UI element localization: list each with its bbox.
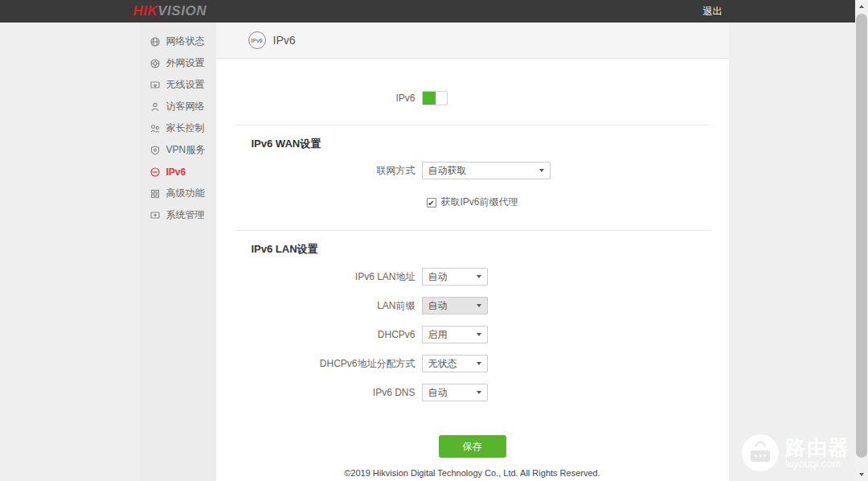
- parental-control-icon: [150, 123, 161, 134]
- sidebar-item-wireless-settings[interactable]: 无线设置: [140, 74, 216, 96]
- watermark: 路由器 luyouqi.com: [742, 434, 850, 471]
- sidebar-item-label: 高级功能: [166, 187, 205, 200]
- hikvision-logo: HIKVISION: [133, 0, 207, 23]
- dhcpv6-assign-value: 无状态: [428, 357, 457, 371]
- chevron-down-icon: [539, 169, 544, 172]
- sidebar-item-label: 系统管理: [166, 208, 205, 222]
- prefix-delegation-row: ✔ 获取IPv6前缀代理: [216, 195, 729, 209]
- globe-icon: [150, 36, 161, 47]
- page-header: IPv6 IPv6: [216, 23, 729, 59]
- wireless-icon: [150, 80, 161, 90]
- copyright-footer: ©2019 Hikvision Digital Technology Co., …: [216, 468, 729, 478]
- lan-prefix-value: 自动: [428, 299, 448, 313]
- guest-network-icon: [150, 101, 161, 112]
- sidebar-item-guest-network[interactable]: 访客网络: [140, 96, 216, 117]
- sidebar-item-system[interactable]: 系统管理: [140, 204, 216, 226]
- wan-section-title: IPv6 WAN设置: [216, 125, 729, 151]
- sidebar-item-label: 访客网络: [166, 100, 205, 113]
- ipv6-toggle-row: IPv6: [216, 91, 729, 105]
- system-icon: [150, 210, 161, 220]
- sidebar: 网络状态 外网设置 无线设置 访客网络 家长控制: [140, 23, 216, 481]
- vpn-icon: [150, 145, 161, 155]
- watermark-domain: luyouqi.com: [785, 458, 850, 470]
- sidebar-item-network-status[interactable]: 网络状态: [140, 31, 216, 52]
- connect-mode-row: 联网方式 自动获取: [216, 162, 729, 179]
- ipv6-dns-select[interactable]: 自动: [422, 384, 488, 401]
- prefix-delegation-checkbox[interactable]: ✔: [427, 198, 436, 208]
- main-content: IPv6 IPv6 IPv6 IPv6 WAN设置 联网方式 自动获取 ✔ 获取…: [216, 23, 729, 481]
- prefix-delegation-label: 获取IPv6前缀代理: [441, 195, 518, 209]
- ipv6-toggle-label: IPv6: [216, 92, 422, 104]
- dhcpv6-assign-label: DHCPv6地址分配方式: [216, 357, 422, 371]
- chevron-down-icon: [477, 275, 481, 278]
- scroll-up-button[interactable]: [855, 0, 868, 13]
- lan-prefix-label: LAN前缀: [216, 299, 422, 313]
- chevron-down-icon: [477, 333, 481, 336]
- save-button[interactable]: 保存: [439, 435, 506, 458]
- dhcpv6-select[interactable]: 启用: [422, 326, 488, 343]
- ipv6-dns-label: IPv6 DNS: [216, 387, 422, 398]
- sidebar-item-parental-control[interactable]: 家长控制: [140, 117, 216, 139]
- dhcpv6-assign-select[interactable]: 无状态: [422, 355, 488, 372]
- chevron-down-icon: [477, 304, 481, 307]
- router-logo-icon: [742, 434, 779, 471]
- wan-settings-icon: [150, 58, 161, 68]
- scroll-down-button[interactable]: [855, 468, 868, 481]
- ipv6-dns-row: IPv6 DNS 自动: [216, 384, 729, 401]
- topbar: HIKVISION 退出: [0, 0, 855, 23]
- dhcpv6-row: DHCPv6 启用: [216, 326, 729, 343]
- ipv6-icon: [150, 166, 161, 177]
- watermark-title: 路由器: [785, 437, 850, 458]
- ipv6-dns-value: 自动: [428, 386, 448, 400]
- scrollbar-thumb[interactable]: [856, 14, 867, 458]
- dhcpv6-assign-row: DHCPv6地址分配方式 无状态: [216, 355, 729, 372]
- connect-mode-select[interactable]: 自动获取: [422, 162, 551, 179]
- advanced-icon: [150, 188, 161, 199]
- lan-section-title: IPv6 LAN设置: [216, 231, 729, 257]
- logo-hik: HIK: [133, 3, 158, 18]
- vertical-scrollbar[interactable]: [855, 0, 868, 481]
- connect-mode-value: 自动获取: [428, 164, 467, 178]
- chevron-down-icon: [477, 362, 481, 365]
- lan-address-value: 自动: [428, 270, 448, 284]
- arrow-up-icon: [859, 5, 864, 8]
- sidebar-item-wan-settings[interactable]: 外网设置: [140, 52, 216, 74]
- sidebar-item-label: 家长控制: [166, 121, 205, 135]
- sidebar-item-label: IPv6: [166, 166, 186, 178]
- dhcpv6-value: 启用: [428, 328, 448, 342]
- arrow-down-icon: [859, 473, 864, 476]
- page-title: IPv6: [273, 34, 296, 47]
- lan-address-row: IPv6 LAN地址 自动: [216, 268, 729, 286]
- lan-prefix-select[interactable]: 自动: [422, 297, 488, 314]
- ipv6-badge-icon: IPv6: [248, 31, 266, 49]
- lan-address-label: IPv6 LAN地址: [216, 270, 422, 284]
- dhcpv6-label: DHCPv6: [216, 329, 422, 340]
- sidebar-item-label: 网络状态: [166, 35, 205, 48]
- sidebar-item-advanced[interactable]: 高级功能: [140, 183, 216, 204]
- logo-vision: VISION: [158, 3, 207, 18]
- lan-prefix-row: LAN前缀 自动: [216, 297, 729, 314]
- sidebar-item-label: 无线设置: [166, 78, 205, 92]
- sidebar-item-vpn-service[interactable]: VPN服务: [140, 139, 216, 161]
- logout-link[interactable]: 退出: [703, 5, 723, 18]
- lan-address-select[interactable]: 自动: [422, 268, 488, 286]
- chevron-down-icon: [477, 391, 481, 394]
- sidebar-item-ipv6[interactable]: IPv6: [140, 161, 216, 183]
- sidebar-item-label: 外网设置: [166, 56, 205, 70]
- ipv6-form: IPv6 IPv6 WAN设置 联网方式 自动获取 ✔ 获取IPv6前缀代理 I…: [216, 59, 729, 481]
- ipv6-toggle-switch[interactable]: [422, 91, 448, 105]
- connect-mode-label: 联网方式: [216, 164, 422, 178]
- sidebar-item-label: VPN服务: [166, 143, 206, 157]
